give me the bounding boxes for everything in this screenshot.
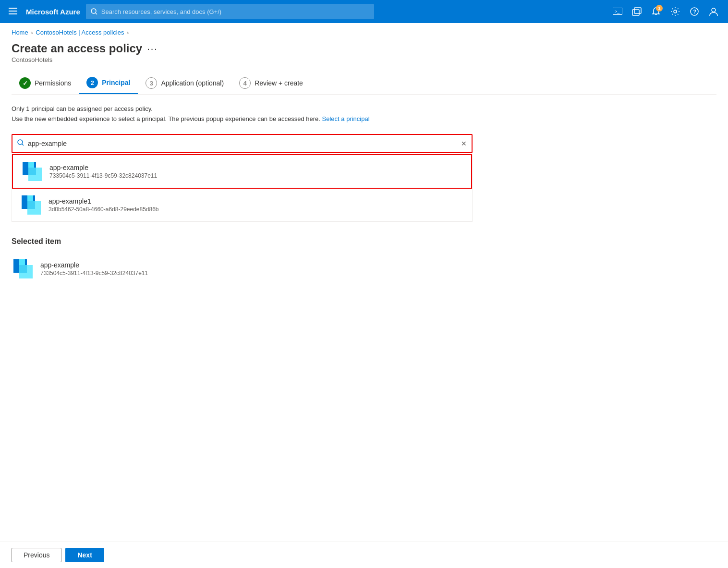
- notifications-button[interactable]: 1: [647, 3, 665, 20]
- azure-brand: Microsoft Azure: [26, 8, 80, 16]
- svg-text:?: ?: [693, 9, 697, 14]
- result-name-0: app-example: [49, 164, 463, 171]
- app-icon-0: [21, 160, 44, 183]
- result-info-1: app-example1 3d0b5462-50a8-4660-a6d8-29e…: [49, 197, 464, 213]
- svg-rect-8: [634, 8, 641, 13]
- search-icon: [91, 8, 97, 15]
- global-search-input[interactable]: [101, 8, 369, 15]
- svg-point-3: [91, 9, 96, 13]
- selected-app-icon: [12, 257, 35, 280]
- svg-rect-20: [27, 201, 41, 215]
- step-principal-circle: 2: [86, 77, 98, 88]
- step-permissions[interactable]: ✓ Permissions: [12, 73, 79, 94]
- cloud-shell-button[interactable]: >_: [609, 3, 626, 20]
- principal-search-icon: [17, 139, 24, 147]
- svg-line-15: [22, 144, 24, 145]
- info-line-1: Only 1 principal can be assigned per acc…: [12, 104, 716, 114]
- svg-rect-18: [28, 162, 34, 168]
- svg-rect-17: [28, 168, 42, 181]
- svg-point-13: [712, 8, 716, 12]
- principal-search-input[interactable]: [28, 140, 457, 147]
- step-application[interactable]: 3 Application (optional): [138, 73, 231, 94]
- principal-search-container: ✕: [12, 134, 473, 153]
- step-review[interactable]: 4 Review + create: [231, 73, 311, 94]
- step-permissions-label: Permissions: [35, 79, 71, 87]
- help-button[interactable]: ?: [686, 3, 703, 20]
- hamburger-menu-button[interactable]: [6, 4, 20, 20]
- info-line-2-prefix: Use the new embedded experience to selec…: [12, 115, 320, 122]
- page-title-menu-button[interactable]: ···: [147, 43, 158, 54]
- selected-item-name: app-example: [40, 261, 716, 269]
- selected-item-id: 733504c5-3911-4f13-9c59-32c824037e11: [40, 270, 716, 277]
- page-subtitle: ContosoHotels: [12, 56, 716, 63]
- breadcrumb-parent[interactable]: ContosoHotels | Access policies: [36, 29, 124, 36]
- step-permissions-circle: ✓: [19, 77, 31, 89]
- result-id-1: 3d0b5462-50a8-4660-a6d8-29eede85d86b: [49, 206, 464, 213]
- top-navigation: Microsoft Azure >_ 1: [0, 0, 728, 23]
- info-text-block: Only 1 principal can be assigned per acc…: [12, 104, 716, 124]
- svg-point-10: [674, 10, 677, 13]
- selected-section-title: Selected item: [12, 237, 716, 246]
- result-id-0: 733504c5-3911-4f13-9c59-32c824037e11: [49, 172, 463, 179]
- selected-item: app-example 733504c5-3911-4f13-9c59-32c8…: [12, 254, 716, 284]
- search-clear-button[interactable]: ✕: [461, 140, 467, 147]
- step-application-circle: 3: [146, 77, 157, 89]
- page-header: Create an access policy ··· ContosoHotel…: [0, 36, 728, 63]
- result-item-1[interactable]: app-example1 3d0b5462-50a8-4660-a6d8-29e…: [12, 189, 472, 221]
- svg-rect-7: [632, 10, 639, 15]
- svg-rect-24: [19, 259, 25, 265]
- app-icon-1: [20, 193, 43, 217]
- svg-rect-0: [9, 8, 17, 9]
- svg-rect-1: [9, 11, 17, 12]
- step-principal-label: Principal: [102, 79, 130, 86]
- breadcrumb-sep-1: ›: [31, 30, 33, 36]
- svg-point-14: [18, 140, 23, 145]
- notification-count: 1: [656, 5, 663, 12]
- settings-button[interactable]: [667, 3, 684, 20]
- step-review-label: Review + create: [255, 79, 303, 87]
- step-application-label: Application (optional): [161, 79, 224, 87]
- svg-rect-21: [27, 195, 33, 201]
- svg-line-4: [96, 13, 97, 14]
- svg-rect-2: [9, 13, 17, 14]
- info-line-2: Use the new embedded experience to selec…: [12, 114, 716, 124]
- account-button[interactable]: [705, 3, 722, 20]
- step-principal[interactable]: 2 Principal: [79, 73, 138, 94]
- result-item-0[interactable]: app-example 733504c5-3911-4f13-9c59-32c8…: [12, 154, 472, 189]
- directory-button[interactable]: [628, 3, 645, 20]
- select-principal-link[interactable]: Select a principal: [322, 115, 370, 122]
- result-name-1: app-example1: [49, 197, 464, 205]
- main-content: Only 1 principal can be assigned per acc…: [0, 95, 728, 294]
- search-input-row: ✕: [12, 135, 472, 152]
- selected-item-section: Selected item app-example 733504c5-3911-…: [12, 237, 716, 284]
- svg-rect-23: [19, 265, 33, 278]
- result-info-0: app-example 733504c5-3911-4f13-9c59-32c8…: [49, 164, 463, 179]
- page-title: Create an access policy: [12, 42, 142, 55]
- step-review-circle: 4: [239, 77, 251, 89]
- breadcrumb-home[interactable]: Home: [12, 29, 28, 36]
- topnav-icon-group: >_ 1 ?: [609, 3, 722, 20]
- breadcrumb: Home › ContosoHotels | Access policies ›: [0, 23, 728, 36]
- search-results-list: app-example 733504c5-3911-4f13-9c59-32c8…: [12, 154, 473, 222]
- global-search-box[interactable]: [86, 4, 374, 19]
- svg-text:>_: >_: [615, 9, 620, 14]
- steps-bar: ✓ Permissions 2 Principal 3 Application …: [0, 63, 728, 94]
- selected-item-info: app-example 733504c5-3911-4f13-9c59-32c8…: [40, 261, 716, 277]
- breadcrumb-sep-2: ›: [127, 30, 129, 36]
